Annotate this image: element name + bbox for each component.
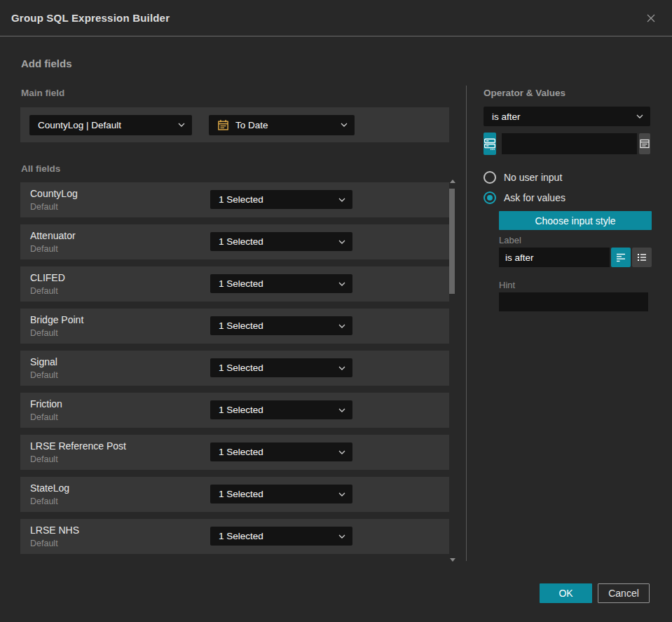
scrollbar-thumb[interactable] [449, 189, 455, 294]
radio-label: No user input [504, 172, 562, 183]
chevron-down-icon [338, 450, 345, 454]
field-selected-dropdown[interactable]: 1 Selected [210, 232, 352, 251]
radio-label: Ask for values [504, 192, 565, 203]
operator-select[interactable]: is after [484, 107, 650, 126]
ok-button[interactable]: OK [540, 583, 592, 603]
field-row: Friction Default 1 Selected [20, 393, 449, 428]
all-fields-label: All fields [21, 163, 60, 174]
field-detail: Default [30, 412, 58, 422]
date-picker-button[interactable] [639, 133, 650, 154]
chevron-down-icon [341, 123, 348, 127]
field-select-value: 1 Selected [219, 531, 333, 541]
radio-icon [484, 171, 496, 184]
main-field-type-select[interactable]: To Date [209, 115, 355, 135]
group-sql-expression-builder-dialog: Group SQL Expression Builder Add fields … [0, 0, 672, 622]
field-row: CountyLog Default 1 Selected [20, 182, 449, 217]
list-scrollbar [448, 180, 457, 562]
add-fields-heading: Add fields [21, 58, 72, 69]
chevron-down-icon [178, 123, 185, 127]
chevron-down-icon [338, 282, 345, 286]
radio-icon [484, 191, 496, 204]
field-detail: Default [30, 454, 58, 464]
field-detail: Default [30, 328, 58, 338]
chevron-down-icon [636, 114, 643, 119]
field-detail: Default [30, 202, 58, 212]
text-align-left-icon [615, 252, 626, 263]
field-detail: Default [30, 286, 58, 296]
choose-input-style-button[interactable]: Choose input style [499, 211, 652, 230]
field-select-value: 1 Selected [219, 236, 333, 247]
field-select-value: 1 Selected [219, 447, 333, 457]
titlebar: Group SQL Expression Builder [0, 0, 672, 36]
main-field-select-value: CountyLog | Default [38, 120, 172, 130]
field-detail: Default [30, 244, 58, 254]
field-row: Bridge Point Default 1 Selected [20, 309, 449, 344]
operator-select-value: is after [492, 111, 631, 122]
field-row: StateLog Default 1 Selected [20, 477, 449, 512]
field-select-value: 1 Selected [219, 363, 333, 373]
radio-no-user-input[interactable]: No user input [484, 171, 562, 184]
dialog-content: Add fields Main field CountyLog | Defaul… [0, 36, 672, 621]
dialog-title: Group SQL Expression Builder [11, 12, 170, 24]
chevron-down-icon [338, 492, 345, 496]
field-name: Signal [30, 356, 57, 367]
field-select-value: 1 Selected [219, 405, 333, 415]
hint-input[interactable] [499, 292, 648, 311]
field-name: StateLog [30, 482, 69, 494]
field-name: Bridge Point [30, 314, 83, 325]
scroll-down-arrow[interactable] [450, 558, 455, 562]
field-selected-dropdown[interactable]: 1 Selected [210, 442, 352, 461]
field-row: CLIFED Default 1 Selected [20, 266, 449, 302]
field-row: LRSE Reference Post Default 1 Selected [20, 435, 449, 470]
field-selected-dropdown[interactable]: 1 Selected [210, 316, 352, 335]
field-select-value: 1 Selected [219, 278, 333, 289]
date-value-input[interactable] [502, 133, 637, 154]
all-fields-list: CountyLog Default 1 Selected Attenuator … [20, 182, 449, 561]
field-select-value: 1 Selected [219, 320, 333, 331]
chevron-down-icon [338, 408, 345, 412]
close-button[interactable] [643, 10, 659, 27]
chevron-down-icon [338, 324, 345, 328]
chevron-down-icon [338, 198, 345, 202]
values-from-data-button[interactable] [484, 133, 496, 155]
input-style-textbox-button[interactable] [611, 248, 631, 267]
field-name: CountyLog [30, 188, 78, 199]
field-name: Attenuator [30, 230, 76, 241]
field-name: CLIFED [30, 272, 65, 283]
operator-values-heading: Operator & Values [484, 88, 565, 98]
field-row: LRSE NHS Default 1 Selected [20, 519, 449, 554]
calendar-icon [217, 119, 229, 131]
input-style-list-button[interactable] [632, 248, 652, 267]
field-selected-dropdown[interactable]: 1 Selected [210, 527, 352, 546]
unique-values-icon [484, 137, 496, 150]
field-name: LRSE Reference Post [30, 440, 126, 452]
list-icon [636, 252, 647, 263]
hint-field-label: Hint [499, 280, 515, 290]
field-name: Friction [30, 398, 62, 410]
main-field-select[interactable]: CountyLog | Default [29, 115, 192, 135]
label-input-row [499, 248, 652, 267]
calendar-icon [639, 138, 650, 149]
main-field-type-value: To Date [235, 120, 335, 130]
field-selected-dropdown[interactable]: 1 Selected [210, 358, 352, 377]
field-row: Signal Default 1 Selected [20, 351, 449, 386]
field-row: Attenuator Default 1 Selected [20, 224, 449, 259]
label-field-label: Label [499, 235, 521, 245]
cancel-button[interactable]: Cancel [598, 583, 650, 603]
field-selected-dropdown[interactable]: 1 Selected [210, 400, 352, 419]
field-select-value: 1 Selected [219, 194, 333, 205]
field-selected-dropdown[interactable]: 1 Selected [210, 190, 352, 209]
label-input[interactable] [499, 248, 610, 267]
close-icon [645, 15, 657, 26]
field-detail: Default [30, 539, 58, 548]
main-field-label: Main field [21, 88, 64, 98]
vertical-divider [466, 86, 467, 561]
field-name: LRSE NHS [30, 525, 79, 536]
chevron-down-icon [338, 366, 345, 370]
radio-ask-for-values[interactable]: Ask for values [484, 191, 565, 204]
field-selected-dropdown[interactable]: 1 Selected [210, 485, 352, 503]
field-detail: Default [30, 496, 58, 506]
field-select-value: 1 Selected [219, 489, 333, 499]
scroll-up-arrow[interactable] [450, 180, 455, 183]
field-selected-dropdown[interactable]: 1 Selected [210, 274, 352, 293]
